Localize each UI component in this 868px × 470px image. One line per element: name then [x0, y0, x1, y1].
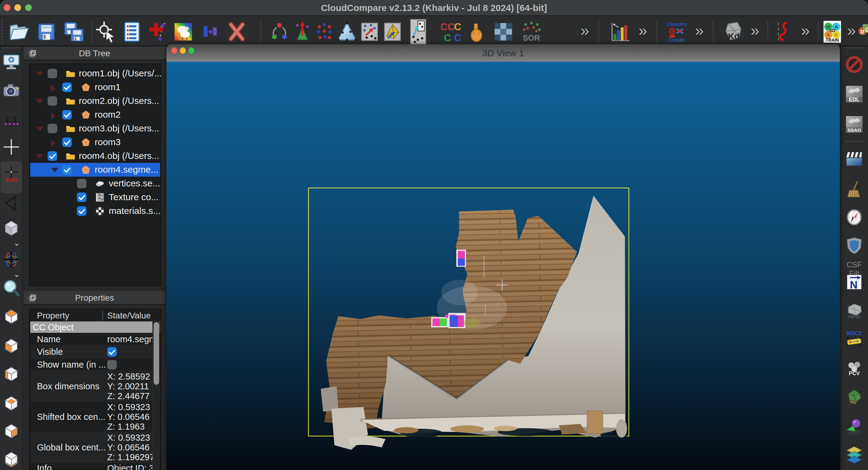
ssao-filter-button[interactable]: SSAO	[845, 115, 864, 134]
zoom-magnifier-button[interactable]	[2, 279, 21, 298]
histogram-button[interactable]	[609, 20, 631, 43]
open-button[interactable]	[7, 20, 31, 43]
tree-item-selected[interactable]: room4.segme...	[30, 163, 160, 177]
tree-item[interactable]: room2.obj (/Users...	[30, 94, 160, 108]
global-zoom-button[interactable]	[2, 194, 21, 213]
visibility-checkbox[interactable]	[48, 96, 57, 106]
expand-arrow-icon[interactable]	[36, 154, 43, 158]
compass-plugin-button[interactable]	[845, 208, 864, 227]
expand-arrow-icon[interactable]	[51, 140, 56, 147]
view-front-button[interactable]	[2, 336, 21, 355]
layers-button[interactable]	[845, 445, 864, 465]
tree-item[interactable]: materials.s...	[30, 204, 160, 218]
facets-shield-button[interactable]	[845, 236, 864, 255]
overflow-chevron[interactable]: »	[634, 21, 652, 41]
hpr-button[interactable]: HPR	[845, 302, 864, 321]
display-settings-button[interactable]	[2, 53, 21, 71]
compute-octree-button[interactable]	[313, 20, 336, 43]
scrollbar-thumb[interactable]	[154, 322, 159, 385]
expand-arrow-icon[interactable]	[36, 71, 43, 76]
colorize-button[interactable]	[268, 20, 291, 43]
visibility-checkbox[interactable]	[62, 83, 72, 92]
save-multiple-button[interactable]	[62, 20, 86, 43]
spline-button[interactable]	[772, 20, 795, 43]
edl-filter-button[interactable]: EDL	[845, 85, 864, 104]
point-list-picking-button[interactable]	[465, 20, 488, 43]
disable-filter-button[interactable]	[845, 55, 864, 74]
visibility-checkbox[interactable]	[62, 165, 72, 175]
zoom-1-1-button[interactable]: 1:1	[2, 111, 21, 129]
point-picking-button[interactable]	[95, 20, 118, 43]
expand-arrow-icon[interactable]	[51, 85, 56, 92]
visibility-checkbox[interactable]	[77, 193, 87, 202]
save-button[interactable]	[35, 20, 58, 43]
pick-rotation-center-button[interactable]	[2, 138, 21, 156]
animation-plugin-button[interactable]	[845, 149, 864, 168]
visibility-checkbox[interactable]	[62, 110, 72, 119]
sor-filter-button[interactable]: SOR	[520, 20, 543, 43]
pcv-button[interactable]: PCV	[845, 359, 864, 378]
cloud-cloud-distance-button[interactable]: CC C C C	[441, 20, 464, 43]
m3c2-button[interactable]: M3C2	[845, 330, 864, 349]
visibility-checkbox[interactable]	[48, 124, 57, 133]
rgb-tool-button[interactable]: R G B	[855, 20, 868, 43]
undock-icon[interactable]	[28, 293, 37, 302]
expand-arrow-icon[interactable]	[51, 168, 58, 172]
visibility-checkbox[interactable]	[77, 206, 87, 216]
view-top-button[interactable]	[2, 307, 21, 326]
tree-item[interactable]: vertices.se...	[30, 177, 160, 190]
clean-broom-button[interactable]	[845, 180, 864, 199]
tree-item[interactable]: room2	[30, 108, 160, 122]
overflow-chevron[interactable]: »	[690, 21, 709, 41]
delete-button[interactable]	[225, 20, 248, 43]
visibility-checkbox[interactable]	[77, 179, 87, 188]
visible-checkbox[interactable]	[107, 347, 117, 357]
view3d-viewport[interactable]	[166, 62, 840, 470]
triangulate-mesh-button[interactable]	[335, 20, 359, 43]
apply-transformation-button[interactable]	[198, 20, 222, 43]
chevron-down-icon[interactable]: ⌄	[13, 240, 20, 246]
console-button[interactable]	[120, 20, 144, 43]
orbit-rotate-button[interactable]	[2, 250, 21, 269]
rsd-button[interactable]: RSD	[845, 417, 864, 436]
visibility-checkbox[interactable]	[48, 69, 57, 78]
view3d-titlebar[interactable]: 3D View 1	[166, 44, 840, 62]
tree-item[interactable]: room1.obj (/Users/...	[30, 67, 160, 80]
view-left-button[interactable]	[2, 364, 21, 383]
compute-normals-button[interactable]	[291, 20, 314, 43]
sample-points-button[interactable]	[358, 20, 381, 43]
chevron-down-icon[interactable]: ⌄	[13, 271, 20, 277]
view-right-button[interactable]	[2, 421, 21, 440]
view-bottom-button[interactable]	[2, 449, 21, 468]
register-button[interactable]	[406, 18, 429, 46]
facets-green-button[interactable]	[845, 387, 864, 406]
masc-train-button[interactable]: M A S C 3D TRAIN	[821, 20, 844, 43]
properties-scrollbar[interactable]	[152, 322, 160, 470]
trace-polyline-button[interactable]	[145, 20, 168, 43]
undock-icon[interactable]	[28, 49, 37, 58]
screenshot-camera-button[interactable]	[2, 81, 21, 100]
scalar-field-button[interactable]	[492, 20, 515, 43]
view-back-button[interactable]	[2, 393, 21, 413]
animation-sheep-button[interactable]	[172, 20, 195, 43]
tree-item[interactable]: room3	[30, 136, 160, 149]
tree-item[interactable]: room3.obj (/Users...	[30, 122, 160, 136]
normals-n-button[interactable]: N	[845, 272, 864, 292]
show-name-checkbox[interactable]	[107, 360, 117, 370]
tree-item[interactable]: room1	[30, 80, 160, 94]
subsample-button[interactable]	[381, 20, 404, 43]
expand-arrow-icon[interactable]	[36, 99, 43, 104]
overflow-chevron[interactable]: »	[746, 21, 764, 41]
visibility-checkbox[interactable]	[48, 151, 57, 161]
expand-arrow-icon[interactable]	[36, 126, 43, 131]
perspective-cube-button[interactable]	[2, 218, 21, 237]
overflow-chevron[interactable]: »	[796, 21, 814, 41]
visibility-checkbox[interactable]	[62, 138, 72, 147]
tree-item[interactable]: room4.obj (/Users...	[30, 149, 160, 163]
canupo-create-button[interactable]: CANUPO Create	[665, 20, 688, 43]
auto-pick-center-button[interactable]: auto	[2, 165, 21, 183]
kd-tree-button[interactable]: Kd	[721, 20, 745, 43]
expand-arrow-icon[interactable]	[51, 112, 56, 119]
overflow-chevron[interactable]: »	[576, 21, 594, 41]
tree-item[interactable]: Texture co...	[30, 190, 160, 204]
